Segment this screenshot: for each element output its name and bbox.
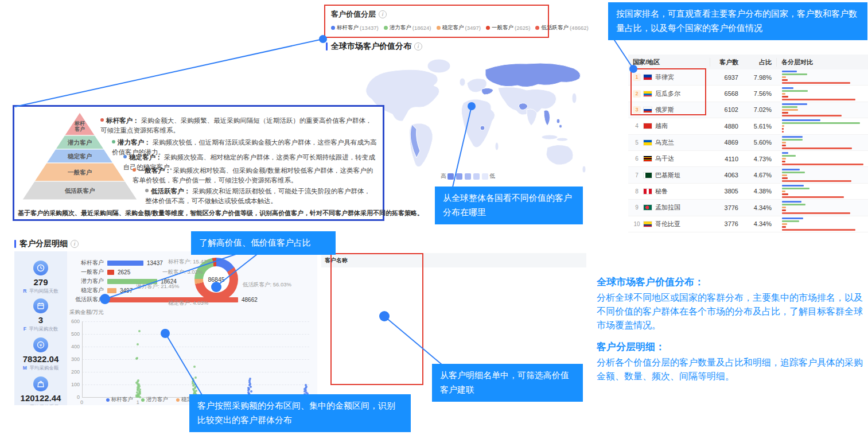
stat-label: R 平均间隔天数 — [14, 288, 67, 295]
country-share: 5.60% — [743, 139, 776, 146]
tier-legend-label: 稳定客户 — [442, 24, 464, 32]
tier-bar-value: 48662 — [242, 297, 258, 303]
scatter-point — [195, 390, 197, 392]
tier-detail-section-title: 客户分层明细 i — [14, 239, 79, 249]
callout-country-ranking: 按国家排名，可直观查看主要客户分布的国家，客户数和客户数量占比，以及每个国家的客… — [608, 2, 867, 40]
tier-bar-label: 稳定客户 — [69, 286, 104, 294]
tier-bullet-icon — [123, 155, 127, 158]
country-name: 哥伦比亚 — [655, 220, 680, 228]
country-row[interactable]: 9孟加拉国37764.34% — [628, 200, 868, 216]
country-cell: 6乌干达 — [628, 154, 710, 163]
stat-label: M 平均采购金额 — [14, 365, 67, 372]
tier-mini-bar — [782, 87, 793, 89]
tier-mini-bar — [782, 115, 842, 116]
scatter-legend-item[interactable]: 标杆客户 — [106, 396, 133, 403]
info-icon[interactable]: i — [71, 240, 79, 248]
donut-center-total: 86845 — [203, 266, 229, 293]
country-name: 俄罗斯 — [655, 106, 674, 114]
scatter-gridline — [82, 359, 309, 360]
country-cell: 2厄瓜多尔 — [628, 90, 710, 98]
country-row[interactable]: 5乌克兰48695.60% — [628, 135, 868, 151]
scatter-legend-dot — [106, 398, 110, 402]
tier-mini-bar — [782, 188, 809, 189]
tier-mini-bar — [782, 155, 796, 157]
country-customers: 6568 — [710, 90, 743, 97]
country-row[interactable]: 3俄罗斯61027.02% — [628, 102, 868, 118]
country-tier-bars — [776, 184, 868, 199]
col-share[interactable]: 占比 — [743, 58, 776, 67]
country-row[interactable]: 10哥伦比亚37764.34% — [628, 216, 868, 232]
world-map[interactable] — [355, 53, 597, 178]
country-customers: 3805 — [710, 188, 743, 195]
tier-legend-label: 低活跃客户 — [541, 24, 569, 32]
pyramid-layer-label: 标杆客户 — [74, 121, 85, 132]
coin-icon: ¥ — [33, 337, 48, 352]
customer-col-header: 客户名称 — [321, 257, 422, 265]
tier-description: 一般客户： 采购频次相对较高、但采购金额/数量相对较低客户群体，这类客户的客单价… — [133, 166, 377, 185]
pyramid-layer-label: 一般客户 — [68, 169, 92, 176]
tier-mini-bar — [782, 180, 851, 182]
country-row[interactable]: 4越南48805.61% — [628, 118, 868, 134]
legend-low-label: 低 — [489, 172, 495, 180]
country-row[interactable]: 8秘鲁38054.38% — [628, 184, 868, 200]
tier-bar — [107, 288, 116, 293]
tier-legend-item[interactable]: 低活跃客户 (48662) — [535, 24, 588, 32]
country-name: 秘鲁 — [655, 187, 668, 196]
stat-label: F 平均采购次数 — [14, 326, 67, 333]
country-tier-bars — [776, 151, 868, 166]
country-row[interactable]: 6乌干达41104.73% — [628, 151, 868, 167]
info-icon[interactable]: i — [414, 42, 422, 51]
country-cell: 10哥伦比亚 — [628, 220, 710, 228]
stat-label: W 平均采购重量 — [14, 404, 67, 405]
tier-mini-bar — [782, 209, 786, 211]
country-customers: 4063 — [710, 172, 743, 178]
col-country[interactable]: 国家/地区 — [628, 58, 710, 67]
tier-mini-bar — [782, 71, 797, 72]
info-icon[interactable]: i — [379, 10, 387, 18]
tier-legend-count: (18624) — [412, 25, 431, 31]
stat-prefix: M — [23, 365, 27, 371]
world-map-svg — [355, 53, 597, 178]
scatter-gridline — [82, 384, 309, 385]
country-name: 乌克兰 — [655, 138, 674, 147]
tier-legend-item[interactable]: 潜力客户 (18624) — [384, 24, 431, 32]
country-rank: 8 — [633, 188, 641, 195]
tier-mini-bar — [782, 229, 855, 231]
pyramid-footer-note: 基于客户的采购频次、最近采购间隔、采购金额/数量等维度，智能区分客户价值等级，识… — [18, 209, 380, 218]
country-rank: 5 — [633, 139, 641, 146]
country-customers: 6937 — [710, 74, 743, 81]
col-customer-count[interactable]: 客户数 — [710, 58, 743, 67]
country-rank: 9 — [633, 204, 641, 211]
scatter-legend-item[interactable]: 潜力客户 — [141, 396, 168, 403]
tier-mini-bar — [782, 212, 850, 214]
tier-legend-item[interactable]: 稳定客户 (3497) — [437, 24, 481, 32]
stat-value: 120122.44 — [14, 393, 67, 403]
tier-mini-bar — [782, 136, 803, 138]
stat-value: 78322.04 — [14, 354, 67, 364]
country-rank: 6 — [633, 156, 641, 162]
tier-legend-item[interactable]: 标杆客户 (13437) — [331, 24, 379, 32]
tier-description-text: 采购金额大、采购频繁、最近采购间隔短（近期活跃）的重要高价值客户群体，可倾注重点… — [100, 117, 372, 134]
tier-mini-bar — [782, 177, 788, 179]
customer-table-header: 客户名称 — [321, 253, 586, 267]
tier-legend-count: (3497) — [465, 25, 481, 31]
scatter-point — [136, 357, 138, 359]
country-share: 4.67% — [743, 172, 776, 178]
scatter-point — [137, 379, 139, 382]
tier-mini-bar — [782, 125, 784, 127]
tier-mini-bar — [782, 152, 788, 154]
country-row[interactable]: 2厄瓜多尔65687.56% — [628, 86, 868, 102]
note-detail-body: 分析各个价值分层的客户数量及占比和明细，追踪客户具体的采购金额、数量、频次、间隔… — [597, 356, 865, 383]
scatter-legend-label: 潜力客户 — [146, 396, 168, 403]
tier-legend-item[interactable]: 一般客户 (2625) — [486, 24, 530, 32]
callout-scatter: 客户按照采购额的分布区间、集中的金额区间，识别比较突出的客户群体分布 — [189, 394, 411, 432]
tier-bar-label: 一般客户 — [69, 268, 104, 276]
section-bar — [326, 42, 328, 51]
tier-legend-count: (13437) — [360, 25, 379, 31]
tier-mini-bar — [782, 185, 804, 187]
country-row[interactable]: 1菲律宾69377.98% — [628, 69, 868, 86]
country-row[interactable]: 7巴基斯坦40634.67% — [628, 167, 868, 183]
country-name: 厄瓜多尔 — [655, 90, 680, 98]
scatter-gridline — [82, 321, 309, 322]
tier-mini-bar — [782, 79, 788, 81]
